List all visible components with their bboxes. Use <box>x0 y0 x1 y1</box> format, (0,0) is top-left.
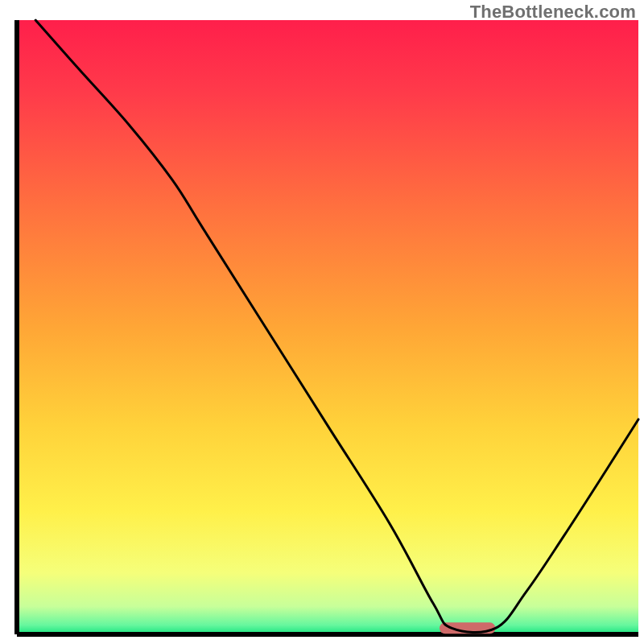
watermark-text: TheBottleneck.com <box>470 2 636 23</box>
chart-stage: TheBottleneck.com <box>0 0 644 644</box>
chart-background-gradient <box>17 20 638 634</box>
bottleneck-chart <box>0 0 644 644</box>
